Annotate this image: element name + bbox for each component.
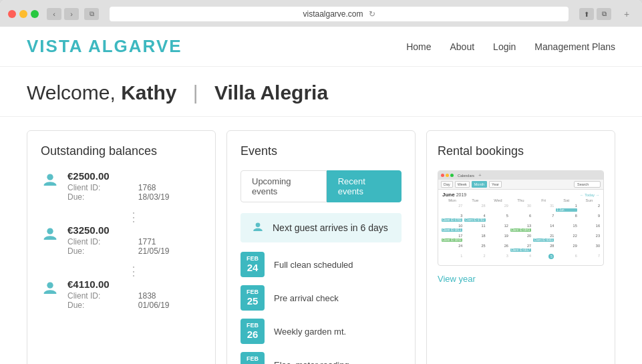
cal-week-4: 24 25 26 27 Client ID 6917 28 29 30	[441, 243, 601, 252]
events-title: Events	[240, 144, 402, 158]
close-button[interactable]	[8, 10, 16, 18]
avatar-icon-3	[41, 280, 59, 299]
event-item-3: FEB 28 Elec. meter reading	[240, 352, 402, 364]
cal-month-btn[interactable]: Month	[472, 181, 487, 188]
svg-point-2	[47, 283, 53, 289]
due-date-3: 01/06/19	[138, 301, 202, 310]
due-date-1: 18/03/19	[138, 192, 202, 202]
cal-week-2: 10 Client ID 6811 11 12 13 Client ID 684…	[441, 223, 601, 232]
cal-day-5-w6: 5	[532, 253, 554, 262]
cal-day-btn[interactable]: Day	[441, 181, 453, 188]
cal-event-13: Client ID 6843	[510, 228, 531, 232]
page-content: VISTA ALGARVE Home About Login Managemen…	[0, 27, 642, 364]
address-bar[interactable]: vistaalgarve.com ↻	[110, 7, 569, 21]
cal-header-tue: Tue	[464, 198, 486, 202]
balance-amount-2: €3250.00	[67, 224, 202, 236]
tab-recent-events[interactable]: Recent events	[327, 170, 402, 202]
nav-management-plans[interactable]: Management Plans	[534, 41, 615, 52]
nav-home[interactable]: Home	[406, 41, 431, 52]
property-name: Villa Alegria	[214, 81, 328, 104]
cal-toolbar: Day Week Month Year Search	[438, 180, 603, 190]
cal-min-dot	[446, 174, 449, 177]
cal-event-3: Client ID 6783	[442, 218, 462, 222]
cal-year-btn[interactable]: Year	[489, 181, 502, 188]
cal-week-btn[interactable]: Week	[455, 181, 470, 188]
browser-actions: ⬆ ⧉	[579, 8, 611, 20]
cal-day-3-w6: 3	[487, 253, 509, 262]
nav-about[interactable]: About	[450, 41, 475, 52]
cal-day-27: 27	[441, 203, 463, 212]
cal-event-27: Client ID 6917	[510, 248, 531, 252]
cal-day-16: 16	[579, 223, 601, 232]
site-logo[interactable]: VISTA ALGARVE	[27, 36, 182, 57]
main-grid: Outstanding balances €2500.00 Client ID:…	[0, 117, 642, 364]
cal-day-18: 18	[464, 233, 486, 242]
due-label-1: Due:	[67, 192, 133, 202]
cal-event-17: Client ID 6843	[442, 238, 462, 242]
cal-header-mon: Mon	[441, 198, 464, 202]
outstanding-balances-title: Outstanding balances	[41, 144, 202, 158]
new-tab-button[interactable]: +	[619, 8, 634, 20]
cal-day-12: 12	[487, 223, 509, 232]
cal-day-29: 29	[487, 203, 509, 212]
due-label-3: Due:	[67, 301, 133, 310]
event-item-0: FEB 24 Full clean scheduled	[240, 252, 402, 277]
client-id-3: 1838	[138, 291, 202, 301]
cal-day-26: 26	[487, 243, 509, 252]
event-badge-0: FEB 24	[240, 252, 265, 277]
forward-button[interactable]: ›	[64, 8, 79, 20]
cal-day-15: 15	[555, 223, 577, 232]
view-year-link[interactable]: View year	[438, 274, 604, 284]
nav-login[interactable]: Login	[493, 41, 516, 52]
tab-upcoming-events[interactable]: Upcoming events	[240, 170, 327, 202]
cal-max-dot	[450, 174, 454, 177]
cal-day-29-w5: 29	[555, 243, 577, 252]
cal-day-28-w5: 28	[532, 243, 554, 252]
cal-month-year: June 2019	[442, 192, 466, 198]
cal-today-button[interactable]: ← Today →	[580, 193, 599, 197]
user-name: Kathy	[121, 81, 176, 104]
cal-day-10: 10 Client ID 6811	[441, 223, 463, 232]
tab-overview-button[interactable]: ⧉	[597, 8, 611, 20]
rental-bookings-card: Rental bookings Calendars + Day Week Mon…	[426, 130, 615, 364]
svg-point-3	[256, 223, 261, 228]
cal-day-14: 14	[532, 223, 554, 232]
balance-details-3: €4110.00 Client ID: 1838 Due: 01/06/19	[67, 279, 202, 310]
cal-week-5: 1 2 3 4 5 6 7	[441, 253, 601, 262]
maximize-button[interactable]	[31, 10, 39, 18]
tab-button[interactable]: ⧉	[84, 8, 99, 20]
cal-header-wed: Wed	[486, 198, 509, 202]
cal-day-21: 21 Client ID 6901	[532, 233, 554, 242]
minimize-button[interactable]	[19, 10, 27, 18]
cal-day-13: 13 Client ID 6843	[510, 223, 532, 232]
client-id-label-3: Client ID:	[67, 291, 133, 301]
cal-search-input[interactable]: Search	[574, 181, 601, 188]
balance-item-1: €2500.00 Client ID: 1768 Due: 18/03/19	[41, 170, 202, 202]
event-label-1: Pre arrival check	[274, 293, 339, 303]
cal-year: 2019	[456, 192, 467, 197]
events-card: Events Upcoming events Recent events Nex…	[226, 130, 416, 364]
cal-day-11: 11	[464, 223, 486, 232]
client-id-label-1: Client ID:	[67, 183, 133, 192]
cal-day-2: 2	[579, 203, 601, 212]
cal-add-icon: +	[478, 172, 482, 178]
refresh-icon[interactable]: ↻	[369, 9, 375, 19]
client-id-1: 1768	[138, 183, 202, 192]
cal-day-19: 19	[487, 233, 509, 242]
event-badge-1: FEB 25	[240, 285, 265, 311]
event-day-2: 26	[247, 329, 259, 341]
share-button[interactable]: ⬆	[579, 8, 594, 20]
browser-chrome: ‹ › ⧉ vistaalgarve.com ↻ ⬆ ⧉ +	[0, 0, 642, 27]
greeting-text: Welcome,	[27, 81, 121, 104]
balance-amount-1: €2500.00	[67, 170, 202, 182]
nav-links: Home About Login Management Plans	[406, 41, 615, 52]
cal-day-8: 8	[555, 213, 577, 222]
cal-day-6: 6	[510, 213, 532, 222]
back-button[interactable]: ‹	[47, 8, 61, 20]
cal-header-fri: Fri	[532, 198, 555, 202]
balance-amount-3: €4110.00	[67, 279, 202, 290]
next-guest-banner: Next guest arrives in 6 days	[240, 213, 402, 242]
cal-app-title: Calendars	[458, 174, 474, 178]
cal-day-17: 17 Client ID 6843	[441, 233, 463, 242]
client-id-label-2: Client ID:	[67, 237, 133, 246]
